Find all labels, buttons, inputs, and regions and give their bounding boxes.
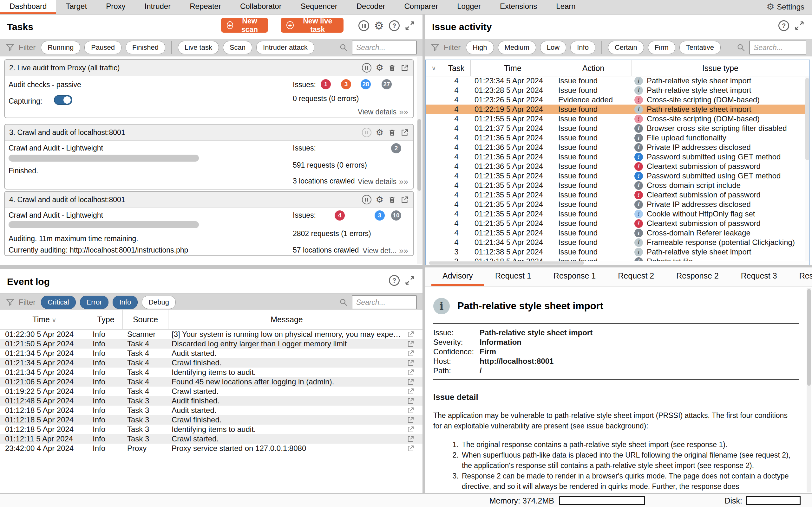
list-item[interactable]: 01:19:22 5 Apr 2024InfoTask 4Crawl start…	[0, 387, 422, 396]
column-header-time[interactable]: Time	[471, 60, 555, 76]
help-icon[interactable]: ?	[389, 20, 400, 31]
tab-collaborator[interactable]: Collaborator	[231, 0, 291, 14]
filter-medium[interactable]: Medium	[498, 41, 536, 54]
column-header-issue-type[interactable]: Issue type	[632, 60, 809, 76]
tab-advisory[interactable]: Advisory	[432, 268, 484, 286]
table-row[interactable]: 401:21:36 5 Apr 2024Issue foundPassword …	[426, 152, 809, 162]
tab-extensions[interactable]: Extensions	[490, 0, 547, 14]
table-row[interactable]: 401:21:35 5 Apr 2024Issue foundCross-dom…	[426, 181, 809, 190]
pause-icon[interactable]	[362, 128, 371, 137]
open-in-window-icon[interactable]	[407, 435, 415, 443]
table-row[interactable]: 401:21:55 5 Apr 2024Issue foundCross-sit…	[426, 114, 809, 124]
filter-critical[interactable]: Critical	[41, 296, 75, 309]
help-icon[interactable]: ?	[389, 275, 400, 286]
open-in-window-icon[interactable]	[407, 378, 415, 386]
open-in-window-icon[interactable]	[407, 406, 415, 414]
table-row[interactable]: 401:21:35 5 Apr 2024Issue foundCleartext…	[426, 219, 809, 228]
list-item[interactable]: 01:12:48 5 Apr 2024InfoTask 3Audit finis…	[0, 396, 422, 406]
tab-response-3[interactable]: Response 3	[788, 268, 812, 286]
tab-intruder[interactable]: Intruder	[135, 0, 180, 14]
open-in-window-icon[interactable]	[407, 388, 415, 395]
gear-icon[interactable]: ⚙	[376, 128, 384, 137]
table-row[interactable]: 401:21:36 5 Apr 2024Issue foundCleartext…	[426, 162, 809, 171]
gear-icon[interactable]: ⚙	[376, 64, 384, 72]
expand-icon[interactable]	[794, 20, 804, 31]
table-row-selected[interactable]: 401:22:19 5 Apr 2024Issue foundPath-rela…	[426, 105, 809, 114]
tab-repeater[interactable]: Repeater	[180, 0, 231, 14]
tab-comparer[interactable]: Comparer	[395, 0, 448, 14]
pause-all-icon[interactable]	[358, 20, 369, 31]
list-item[interactable]: 01:12:18 5 Apr 2024InfoTask 3Audit start…	[0, 406, 422, 415]
pause-icon[interactable]	[362, 195, 371, 205]
tab-logger[interactable]: Logger	[448, 0, 490, 14]
table-row[interactable]: 401:21:35 5 Apr 2024Issue foundCleartext…	[426, 190, 809, 200]
list-item[interactable]: 01:12:18 5 Apr 2024InfoTask 3Crawl finis…	[0, 415, 422, 425]
expand-icon[interactable]	[405, 275, 415, 285]
settings-button[interactable]: ⚙ Settings	[766, 0, 812, 14]
table-row[interactable]: 401:21:36 5 Apr 2024Issue foundFile uplo…	[426, 133, 809, 143]
filter-running[interactable]: Running	[41, 41, 80, 54]
table-row[interactable]: 401:21:35 5 Apr 2024Issue foundPrivate I…	[426, 200, 809, 209]
view-details-link[interactable]: View det...»»	[362, 246, 408, 256]
open-in-window-icon[interactable]	[401, 64, 409, 72]
collapse-chevron-icon[interactable]: ∨	[426, 60, 442, 76]
expand-icon[interactable]	[405, 20, 415, 31]
open-in-window-icon[interactable]	[401, 128, 409, 136]
view-details-link[interactable]: View details»»	[358, 177, 408, 187]
tab-sequencer[interactable]: Sequencer	[291, 0, 347, 14]
tab-response-2[interactable]: Response 2	[665, 268, 729, 286]
open-in-window-icon[interactable]	[401, 195, 409, 204]
list-item[interactable]: 01:21:34 5 Apr 2024InfoTask 4Identifying…	[0, 368, 422, 377]
gear-icon[interactable]: ⚙	[374, 20, 384, 31]
task-card-crawl-3[interactable]: 3. Crawl and audit of localhost:8001 ⚙ C…	[4, 124, 414, 189]
tab-proxy[interactable]: Proxy	[96, 0, 135, 14]
column-header-type[interactable]: Type	[89, 309, 123, 329]
tab-request-2[interactable]: Request 2	[607, 268, 665, 286]
task-card-live-audit[interactable]: 2. Live audit from Proxy (all traffic) ⚙…	[4, 59, 414, 118]
filter-info[interactable]: Info	[570, 41, 595, 54]
tab-response-1[interactable]: Response 1	[542, 268, 607, 286]
eventlog-search-input[interactable]	[352, 295, 417, 309]
filter-debug[interactable]: Debug	[142, 296, 176, 309]
column-header-action[interactable]: Action	[555, 60, 632, 76]
open-in-window-icon[interactable]	[407, 349, 415, 357]
view-details-link[interactable]: View details»»	[358, 107, 408, 117]
list-item[interactable]: 01:21:34 5 Apr 2024InfoTask 4Audit start…	[0, 349, 422, 358]
list-item[interactable]: 01:12:11 5 Apr 2024InfoTask 3Crawl start…	[0, 434, 422, 444]
filter-error[interactable]: Error	[80, 296, 109, 309]
tab-request-3[interactable]: Request 3	[730, 268, 788, 286]
issue-table-horizontal-scrollbar[interactable]	[426, 261, 809, 265]
tab-request-1[interactable]: Request 1	[484, 268, 542, 286]
new-live-task-button[interactable]: + New live task	[281, 18, 344, 33]
filter-firm[interactable]: Firm	[648, 41, 675, 54]
trash-icon[interactable]	[388, 64, 396, 72]
open-in-window-icon[interactable]	[407, 397, 415, 405]
table-row[interactable]: 401:21:35 5 Apr 2024Issue foundCross-dom…	[426, 228, 809, 238]
filter-paused[interactable]: Paused	[84, 41, 121, 54]
table-row[interactable]: 401:21:34 5 Apr 2024Issue foundFrameable…	[426, 238, 809, 247]
list-item[interactable]: 01:21:06 5 Apr 2024InfoTask 4Found 45 ne…	[0, 377, 422, 387]
table-row[interactable]: 401:21:36 5 Apr 2024Issue foundPrivate I…	[426, 143, 809, 152]
tab-target[interactable]: Target	[56, 0, 96, 14]
pause-icon[interactable]	[362, 63, 371, 72]
filter-tentative[interactable]: Tentative	[679, 41, 721, 54]
filter-low[interactable]: Low	[540, 41, 566, 54]
tasks-scrollbar[interactable]	[417, 57, 422, 264]
help-icon[interactable]: ?	[778, 20, 789, 31]
filter-scan[interactable]: Scan	[223, 41, 252, 54]
open-in-window-icon[interactable]	[407, 359, 415, 367]
trash-icon[interactable]	[388, 195, 396, 204]
tasks-search-input[interactable]	[352, 41, 417, 55]
gear-icon[interactable]: ⚙	[376, 195, 384, 204]
table-row[interactable]: 401:21:35 5 Apr 2024Issue foundCookie wi…	[426, 209, 809, 219]
column-header-source[interactable]: Source	[123, 309, 168, 329]
filter-intruder-attack[interactable]: Intruder attack	[256, 41, 314, 54]
table-row[interactable]: 401:23:34 5 Apr 2024Issue foundPath-rela…	[426, 76, 809, 86]
open-in-window-icon[interactable]	[407, 416, 415, 424]
list-item[interactable]: 01:12:18 5 Apr 2024InfoTask 3Identifying…	[0, 425, 422, 434]
table-row[interactable]: 301:12:18 5 Apr 2024Issue foundRobots.tx…	[426, 257, 809, 261]
advisory-scrollbar[interactable]	[807, 288, 811, 493]
column-header-time[interactable]: Time∨	[0, 309, 89, 329]
open-in-window-icon[interactable]	[407, 331, 415, 338]
tab-decoder[interactable]: Decoder	[347, 0, 395, 14]
